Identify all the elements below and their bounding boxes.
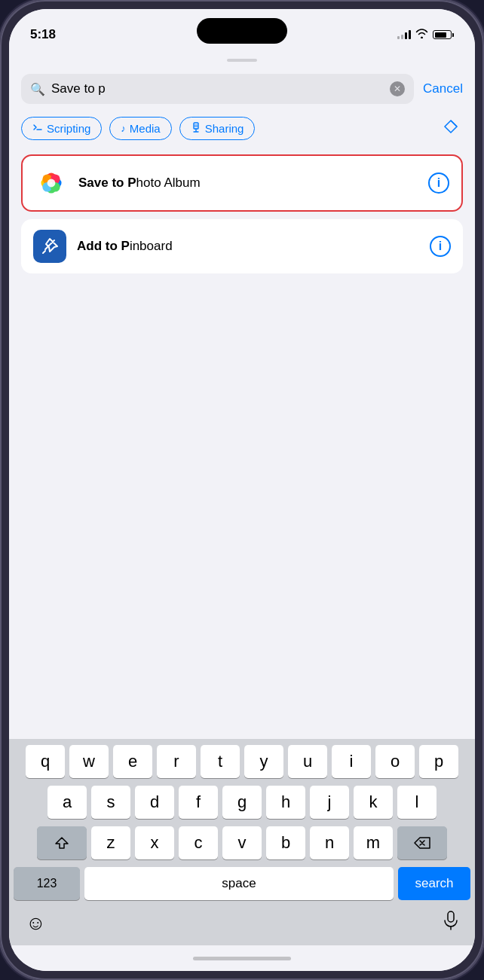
emoji-button[interactable]: ☺ [26,911,46,935]
key-p[interactable]: p [419,745,458,778]
battery-icon [433,30,454,39]
keyboard-bottom-row: 123 space search [14,867,470,900]
key-v[interactable]: v [222,826,262,859]
media-icon: ♪ [121,123,126,134]
status-bar: 5:18 [9,9,475,50]
chip-media[interactable]: ♪ Media [109,117,171,140]
clear-icon: ✕ [394,84,401,94]
key-f[interactable]: f [179,786,218,819]
key-w[interactable]: w [69,745,109,778]
key-i[interactable]: i [332,745,371,778]
dynamic-island [197,18,287,44]
svg-point-9 [47,179,56,188]
result-add-to-pinboard-text: Add to Pinboard [77,239,419,254]
key-search[interactable]: search [398,867,470,900]
microphone-button[interactable] [443,911,458,935]
chip-media-label: Media [130,122,161,135]
result-text-rest-2: inboard [130,239,173,253]
key-l[interactable]: l [397,786,437,819]
key-x[interactable]: x [135,826,174,859]
key-z[interactable]: z [91,826,130,859]
result-text-bold-2: Add to P [77,239,130,253]
search-input[interactable]: Save to p [51,81,384,96]
key-j[interactable]: j [310,786,349,819]
chip-scripting[interactable]: Scripting [21,117,102,140]
key-backspace[interactable] [397,826,447,859]
result-add-to-pinboard[interactable]: Add to Pinboard i [21,219,463,273]
key-k[interactable]: k [354,786,393,819]
key-o[interactable]: o [375,745,415,778]
keyboard-row-2: a s d f g h j k l [14,786,470,819]
home-bar [193,957,291,960]
result-save-to-photo-album[interactable]: Save to Photo Album i [21,154,463,212]
chip-sharing-label: Sharing [205,122,244,135]
results-list: Save to Photo Album i Add [21,154,463,447]
key-n[interactable]: n [310,826,349,859]
key-r[interactable]: r [157,745,196,778]
key-b[interactable]: b [266,826,305,859]
key-u[interactable]: u [288,745,327,778]
keyboard-row-1: q w e r t y u i o p [14,745,470,778]
keyboard: q w e r t y u i o p a s d f g h j k [9,739,475,945]
key-shift[interactable] [37,826,87,859]
search-input-container[interactable]: 🔍 Save to p ✕ [21,74,414,104]
key-g[interactable]: g [222,786,262,819]
result-text-rest: hoto Album [136,176,201,190]
cancel-button[interactable]: Cancel [423,81,463,96]
key-q[interactable]: q [26,745,65,778]
key-h[interactable]: h [266,786,305,819]
info-icon: i [437,176,440,190]
keyboard-row-3: z x c v b n m [14,826,470,859]
keyboard-extras: ☺ [14,906,470,942]
result-save-to-photo-album-text: Save to Photo Album [78,176,418,191]
phone-frame: 5:18 [0,0,484,980]
filter-chips: Scripting ♪ Media Sharing [21,114,463,142]
chip-location[interactable] [439,114,463,142]
status-icons [397,29,454,41]
status-time: 5:18 [30,27,56,42]
sharing-icon [191,122,201,135]
scripting-icon [32,122,43,135]
save-to-photo-album-info-button[interactable]: i [428,172,449,194]
main-content: 🔍 Save to p ✕ Cancel Scripting [9,50,475,739]
add-to-pinboard-info-button[interactable]: i [430,236,451,257]
home-indicator [9,945,475,971]
key-d[interactable]: d [135,786,174,819]
svg-rect-0 [194,123,198,129]
pinboard-app-icon [33,230,66,263]
key-a[interactable]: a [47,786,87,819]
screen: 5:18 [9,9,475,971]
search-icon: 🔍 [30,82,45,96]
chip-scripting-label: Scripting [47,122,90,135]
search-bar: 🔍 Save to p ✕ Cancel [21,74,463,104]
drag-handle [227,59,257,62]
clear-button[interactable]: ✕ [390,81,405,96]
location-icon [443,119,458,138]
key-y[interactable]: y [244,745,283,778]
empty-space [21,447,463,739]
key-c[interactable]: c [179,826,218,859]
wifi-icon [415,29,428,41]
key-space[interactable]: space [84,867,394,900]
result-text-bold: Save to P [78,176,136,190]
key-s[interactable]: s [91,786,130,819]
key-m[interactable]: m [354,826,393,859]
key-t[interactable]: t [201,745,240,778]
info-icon-2: i [439,240,442,253]
key-e[interactable]: e [113,745,152,778]
key-123[interactable]: 123 [14,867,80,900]
photos-app-icon [35,166,68,200]
signal-icon [397,30,411,39]
chip-sharing[interactable]: Sharing [179,117,256,140]
svg-rect-10 [448,911,454,922]
